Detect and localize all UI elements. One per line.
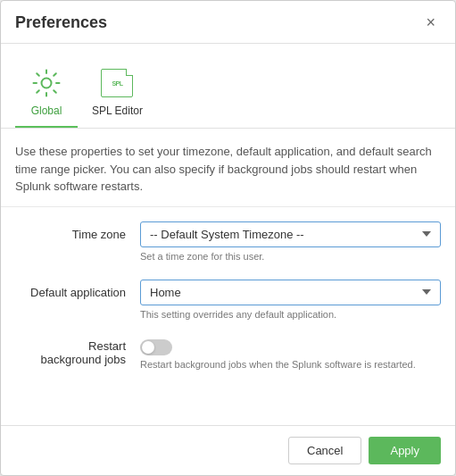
tab-global-label: Global <box>31 104 62 117</box>
timezone-control: -- Default System Timezone -- UTC US/Eas… <box>140 221 441 262</box>
timezone-label: Time zone <box>15 221 140 241</box>
default-app-row: Default application Home Search & Report… <box>15 280 441 320</box>
tab-spl-editor[interactable]: SPL SPL Editor <box>81 58 153 128</box>
default-app-label: Default application <box>15 280 140 299</box>
timezone-hint: Set a time zone for this user. <box>140 251 441 262</box>
cancel-button[interactable]: Cancel <box>288 437 361 464</box>
form-section: Time zone -- Default System Timezone -- … <box>1 207 455 426</box>
restart-jobs-toggle-wrap <box>140 338 441 355</box>
spl-editor-icon: SPL <box>99 65 135 101</box>
tabs-section: Global SPL SPL Editor <box>1 44 455 129</box>
close-button[interactable]: × <box>420 12 441 34</box>
tabs-row: Global SPL SPL Editor <box>15 58 441 128</box>
restart-jobs-control: Restart background jobs when the Splunk … <box>140 338 441 370</box>
svg-point-0 <box>42 79 52 88</box>
gear-icon <box>29 65 64 101</box>
dialog-title: Preferences <box>15 13 107 32</box>
timezone-row: Time zone -- Default System Timezone -- … <box>15 221 441 262</box>
restart-jobs-label: Restartbackground jobs <box>15 338 140 366</box>
restart-jobs-row: Restartbackground jobs Restart backgroun… <box>15 338 441 370</box>
dialog-header: Preferences × <box>1 1 455 44</box>
preferences-dialog: Preferences × Global SPL <box>0 0 456 476</box>
default-app-control: Home Search & Reporting Splunk Dashboard… <box>140 280 441 320</box>
toggle-knob <box>142 341 154 354</box>
description-text: Use these properties to set your timezon… <box>1 129 455 207</box>
tab-spl-editor-label: SPL Editor <box>92 104 143 117</box>
apply-button[interactable]: Apply <box>369 437 441 464</box>
tab-global[interactable]: Global <box>15 58 78 128</box>
restart-jobs-toggle[interactable] <box>140 339 172 355</box>
default-app-select[interactable]: Home Search & Reporting Splunk Dashboard… <box>140 280 441 305</box>
restart-jobs-hint: Restart background jobs when the Splunk … <box>140 359 441 370</box>
default-app-hint: This setting overrides any default appli… <box>140 309 441 320</box>
dialog-footer: Cancel Apply <box>1 425 455 475</box>
timezone-select[interactable]: -- Default System Timezone -- UTC US/Eas… <box>140 221 441 247</box>
